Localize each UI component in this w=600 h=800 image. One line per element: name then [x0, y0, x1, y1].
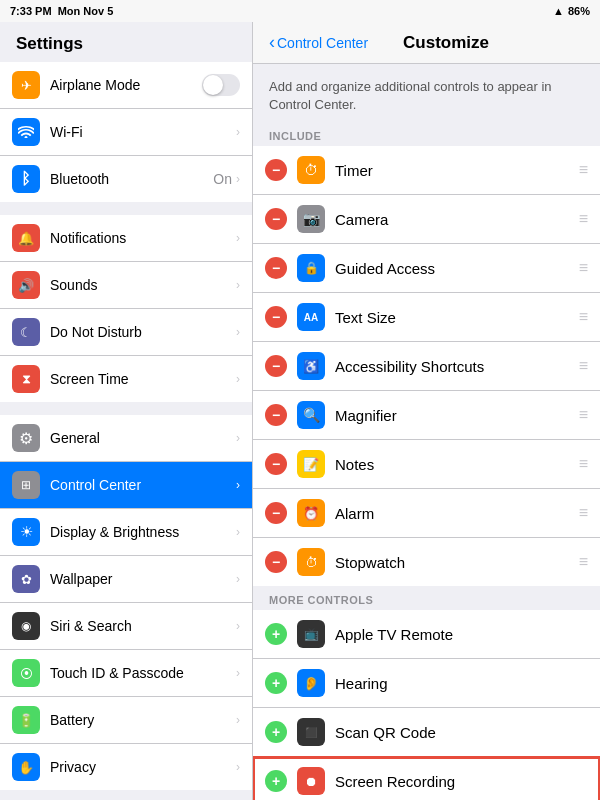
separator-2 [0, 408, 252, 409]
remove-camera-button[interactable]: − [265, 208, 287, 230]
battery-indicator: 86% [568, 5, 590, 17]
general-icon: ⚙ [12, 424, 40, 452]
add-screenrecording-button[interactable]: + [265, 770, 287, 792]
alarm-icon: ⏰ [297, 499, 325, 527]
remove-magnifier-button[interactable]: − [265, 404, 287, 426]
include-item-alarm[interactable]: − ⏰ Alarm ≡ [253, 489, 600, 538]
sirisearch-icon: ◉ [12, 612, 40, 640]
remove-timer-button[interactable]: − [265, 159, 287, 181]
notes-drag-handle[interactable]: ≡ [579, 455, 588, 473]
airplane-icon: ✈ [12, 71, 40, 99]
sidebar: Settings ✈ Airplane Mode Wi-Fi › ᛒ Bluet… [0, 22, 253, 800]
sidebar-item-airplane[interactable]: ✈ Airplane Mode [0, 62, 252, 109]
scanqrcode-label: Scan QR Code [335, 724, 588, 741]
sidebar-item-battery-label: Battery [50, 712, 232, 728]
sidebar-item-general[interactable]: ⚙ General › [0, 415, 252, 462]
textsize-icon: AA [297, 303, 325, 331]
include-item-guidedaccess[interactable]: − 🔒 Guided Access ≡ [253, 244, 600, 293]
remove-alarm-button[interactable]: − [265, 502, 287, 524]
guidedaccess-drag-handle[interactable]: ≡ [579, 259, 588, 277]
remove-guidedaccess-button[interactable]: − [265, 257, 287, 279]
include-item-textsize[interactable]: − AA Text Size ≡ [253, 293, 600, 342]
remove-notes-button[interactable]: − [265, 453, 287, 475]
airplane-toggle[interactable] [202, 74, 240, 96]
sidebar-item-controlcenter[interactable]: ⊞ Control Center › [0, 462, 252, 509]
sidebar-item-notifications[interactable]: 🔔 Notifications › [0, 215, 252, 262]
camera-icon: 📷 [297, 205, 325, 233]
include-item-notes[interactable]: − 📝 Notes ≡ [253, 440, 600, 489]
more-item-screenrecording[interactable]: + ⏺ Screen Recording [253, 757, 600, 800]
magnifier-label: Magnifier [335, 407, 573, 424]
sidebar-item-wifi[interactable]: Wi-Fi › [0, 109, 252, 156]
wallpaper-chevron: › [236, 572, 240, 586]
sidebar-item-sirisearch[interactable]: ◉ Siri & Search › [0, 603, 252, 650]
stopwatch-drag-handle[interactable]: ≡ [579, 553, 588, 571]
magnifier-drag-handle[interactable]: ≡ [579, 406, 588, 424]
general-chevron: › [236, 431, 240, 445]
sidebar-item-wallpaper[interactable]: ✿ Wallpaper › [0, 556, 252, 603]
back-button[interactable]: ‹ Control Center [269, 32, 368, 53]
accessibility-label: Accessibility Shortcuts [335, 358, 573, 375]
bluetooth-value: On [213, 171, 232, 187]
remove-accessibility-button[interactable]: − [265, 355, 287, 377]
include-item-timer[interactable]: − ⏱ Timer ≡ [253, 146, 600, 195]
alarm-label: Alarm [335, 505, 573, 522]
more-item-appletvremote[interactable]: + 📺 Apple TV Remote [253, 610, 600, 659]
notes-icon: 📝 [297, 450, 325, 478]
touchid-icon: ⦿ [12, 659, 40, 687]
sidebar-item-sirisearch-label: Siri & Search [50, 618, 232, 634]
wifi-chevron: › [236, 125, 240, 139]
detail-header: ‹ Control Center Customize [253, 22, 600, 64]
sidebar-item-controlcenter-label: Control Center [50, 477, 232, 493]
more-controls-list: + 📺 Apple TV Remote + 👂 Hearing + ⬛ Scan… [253, 610, 600, 800]
sidebar-item-touchid-label: Touch ID & Passcode [50, 665, 232, 681]
sidebar-item-touchid[interactable]: ⦿ Touch ID & Passcode › [0, 650, 252, 697]
add-appletvremote-button[interactable]: + [265, 623, 287, 645]
sidebar-item-sounds[interactable]: 🔊 Sounds › [0, 262, 252, 309]
back-label[interactable]: Control Center [277, 35, 368, 51]
sidebar-group-connectivity: ✈ Airplane Mode Wi-Fi › ᛒ Bluetooth On › [0, 62, 252, 202]
sidebar-item-donotdisturb-label: Do Not Disturb [50, 324, 232, 340]
sidebar-item-wifi-label: Wi-Fi [50, 124, 232, 140]
screenrecording-icon: ⏺ [297, 767, 325, 795]
battery-chevron: › [236, 713, 240, 727]
include-item-stopwatch[interactable]: − ⏱ Stopwatch ≡ [253, 538, 600, 586]
detail-description: Add and organize additional controls to … [253, 64, 600, 124]
sidebar-item-privacy[interactable]: ✋ Privacy › [0, 744, 252, 790]
bluetooth-chevron: › [236, 172, 240, 186]
donotdisturb-chevron: › [236, 325, 240, 339]
include-item-accessibility[interactable]: − ♿ Accessibility Shortcuts ≡ [253, 342, 600, 391]
sidebar-item-privacy-label: Privacy [50, 759, 232, 775]
hearing-icon: 👂 [297, 669, 325, 697]
remove-textsize-button[interactable]: − [265, 306, 287, 328]
privacy-chevron: › [236, 760, 240, 774]
camera-label: Camera [335, 211, 573, 228]
sidebar-item-battery[interactable]: 🔋 Battery › [0, 697, 252, 744]
bluetooth-icon: ᛒ [12, 165, 40, 193]
add-hearing-button[interactable]: + [265, 672, 287, 694]
sidebar-group-settings: ⚙ General › ⊞ Control Center › ☀ Display… [0, 415, 252, 790]
more-item-hearing[interactable]: + 👂 Hearing [253, 659, 600, 708]
alarm-drag-handle[interactable]: ≡ [579, 504, 588, 522]
sounds-icon: 🔊 [12, 271, 40, 299]
sidebar-item-displaybrightness-label: Display & Brightness [50, 524, 232, 540]
camera-drag-handle[interactable]: ≡ [579, 210, 588, 228]
add-scanqrcode-button[interactable]: + [265, 721, 287, 743]
timer-drag-handle[interactable]: ≡ [579, 161, 588, 179]
accessibility-icon: ♿ [297, 352, 325, 380]
include-item-magnifier[interactable]: − 🔍 Magnifier ≡ [253, 391, 600, 440]
more-item-scanqrcode[interactable]: + ⬛ Scan QR Code [253, 708, 600, 757]
appletvremote-icon: 📺 [297, 620, 325, 648]
sidebar-group-alerts: 🔔 Notifications › 🔊 Sounds › ☾ Do Not Di… [0, 215, 252, 402]
sidebar-item-bluetooth[interactable]: ᛒ Bluetooth On › [0, 156, 252, 202]
include-list: − ⏱ Timer ≡ − 📷 Camera ≡ − 🔒 Guided Acce… [253, 146, 600, 586]
accessibility-drag-handle[interactable]: ≡ [579, 357, 588, 375]
sidebar-item-displaybrightness[interactable]: ☀ Display & Brightness › [0, 509, 252, 556]
include-item-camera[interactable]: − 📷 Camera ≡ [253, 195, 600, 244]
hearing-label: Hearing [335, 675, 588, 692]
remove-stopwatch-button[interactable]: − [265, 551, 287, 573]
stopwatch-icon: ⏱ [297, 548, 325, 576]
sidebar-item-donotdisturb[interactable]: ☾ Do Not Disturb › [0, 309, 252, 356]
sidebar-item-screentime[interactable]: ⧗ Screen Time › [0, 356, 252, 402]
textsize-drag-handle[interactable]: ≡ [579, 308, 588, 326]
